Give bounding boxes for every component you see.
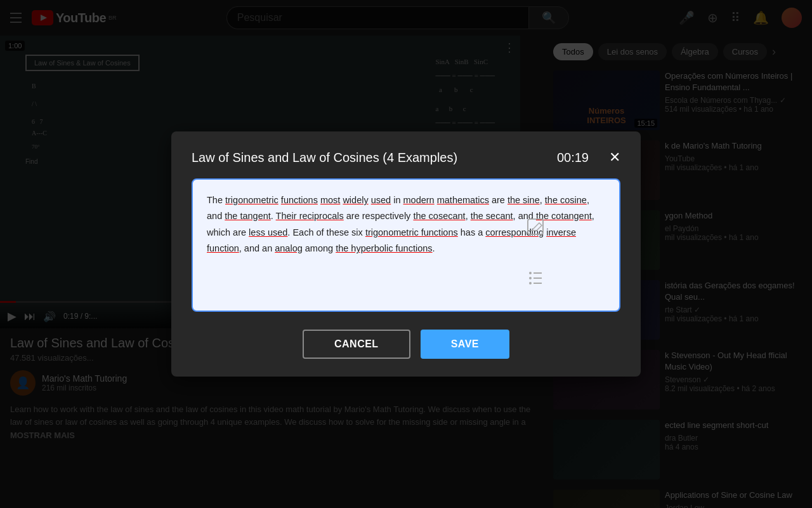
cancel-button[interactable]: CANCEL <box>303 330 410 359</box>
modal-backdrop: Law of Sines and Law of Cosines (4 Examp… <box>0 0 812 508</box>
svg-point-3 <box>529 272 532 274</box>
edit-icon[interactable] <box>525 217 546 241</box>
modal-header: Law of Sines and Law of Cosines (4 Examp… <box>192 149 620 166</box>
modal-close-button[interactable]: ✕ <box>609 149 620 166</box>
svg-point-4 <box>529 277 532 279</box>
svg-point-5 <box>529 282 532 284</box>
modal-side-icons <box>525 217 546 291</box>
list-icon[interactable] <box>525 267 546 291</box>
modal-note-area[interactable]: The trigonometric functions most widely … <box>192 178 620 312</box>
save-button[interactable]: SAVE <box>421 330 509 359</box>
modal-actions: CANCEL SAVE <box>192 330 620 359</box>
modal-timestamp: 00:19 <box>557 150 589 165</box>
modal-dialog: Law of Sines and Law of Cosines (4 Examp… <box>171 131 641 377</box>
modal-title: Law of Sines and Law of Cosines (4 Examp… <box>192 150 457 165</box>
